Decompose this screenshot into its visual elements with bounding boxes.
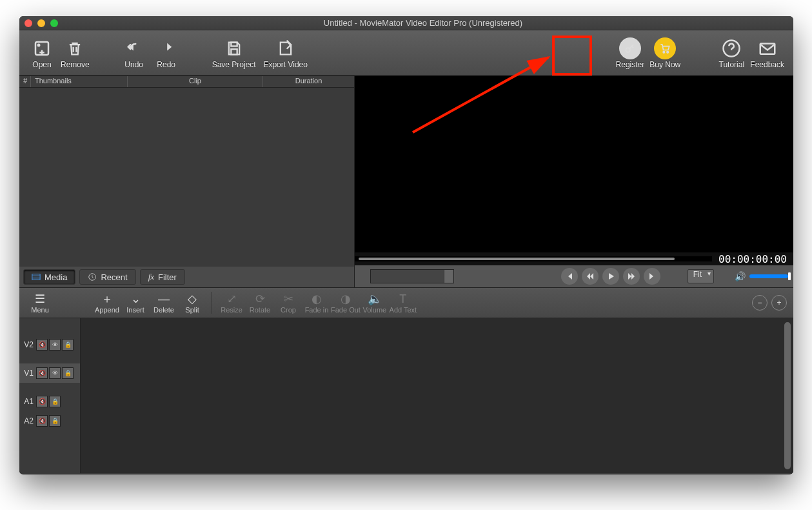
timecode-display: 00:00:00:00 [712,253,793,265]
track-header-a2[interactable]: A2 🔇 🔒 [19,411,80,431]
mute-icon[interactable]: 🔇 [36,367,48,379]
feedback-label: Feedback [750,60,784,69]
main-toolbar: Open Remove Undo Redo Save Project Expor… [19,30,793,76]
eye-icon[interactable]: 👁 [49,339,61,351]
feedback-button[interactable]: Feedback [748,37,787,69]
undo-label: Undo [124,60,143,69]
svg-rect-4 [231,42,237,46]
clock-icon [88,272,97,281]
mute-icon[interactable]: 🔇 [36,396,48,407]
col-clip[interactable]: Clip [128,76,263,87]
append-button[interactable]: ＋Append [93,292,121,314]
col-num[interactable]: # [19,76,31,87]
window-title: Untitled - MovieMator Video Editor Pro (… [58,18,788,28]
play-button[interactable] [602,268,619,285]
undo-button[interactable]: Undo [118,37,150,69]
lock-icon[interactable]: 🔒 [49,415,61,427]
minimize-window-button[interactable] [37,19,45,27]
fx-icon: fx [148,272,154,282]
text-icon: T [399,292,406,306]
crop-button[interactable]: ✂Crop [274,292,302,314]
track-headers: V2 🔇 👁 🔒 V1 🔇 👁 🔒 A1 🔇 🔒 A2 🔇 � [19,318,81,473]
lock-icon[interactable]: 🔒 [62,339,74,351]
volume-button[interactable]: 🔈Volume [361,292,389,314]
tab-filter[interactable]: fx Filter [140,269,185,285]
insert-button[interactable]: ⌄Insert [121,292,150,314]
panel-tabs: Media Recent fx Filter [19,267,354,287]
timeline-area: V2 🔇 👁 🔒 V1 🔇 👁 🔒 A1 🔇 🔒 A2 🔇 � [19,318,793,473]
app-window: Untitled - MovieMator Video Editor Pro (… [19,16,793,474]
crop-icon: ✂ [284,292,293,306]
delete-button[interactable]: —Delete [150,292,178,314]
fast-forward-button[interactable] [623,268,640,285]
fade-out-button[interactable]: ◑Fade Out [331,292,361,314]
rotate-icon: ⟳ [255,292,265,306]
svg-point-7 [663,51,665,53]
minus-icon: — [158,292,170,306]
media-icon [32,272,41,281]
timeline-menu-button[interactable]: ☰Menu [26,292,54,314]
divider [212,292,212,314]
register-button[interactable]: Register [613,37,648,69]
close-window-button[interactable] [25,19,32,27]
preview-viewport[interactable] [355,76,793,252]
col-duration[interactable]: Duration [263,76,354,87]
export-video-button[interactable]: Export Video [260,37,312,69]
buy-now-button[interactable]: Buy Now [647,37,683,69]
svg-point-6 [626,48,630,52]
redo-icon [157,37,175,60]
track-header-v1[interactable]: V1 🔇 👁 🔒 [19,363,80,383]
svg-point-1 [38,44,40,46]
split-button[interactable]: ◇Split [178,292,206,314]
volume-slider[interactable] [749,274,788,278]
mute-icon[interactable]: 🔇 [36,339,48,351]
remove-button[interactable]: Remove [58,37,92,69]
eye-icon[interactable]: 👁 [49,367,61,379]
svg-point-8 [667,51,669,53]
volume-icon[interactable]: 🔊 [735,271,746,281]
rotate-button[interactable]: ⟳Rotate [246,292,274,314]
titlebar: Untitled - MovieMator Video Editor Pro (… [19,16,793,30]
timeline-canvas[interactable] [81,318,793,473]
zoom-window-button[interactable] [50,19,58,27]
remove-label: Remove [61,60,90,69]
tab-media[interactable]: Media [23,269,75,285]
open-button[interactable]: Open [26,37,58,69]
save-project-button[interactable]: Save Project [208,37,260,69]
lock-icon[interactable]: 🔒 [62,367,74,379]
resize-button[interactable]: ⤢Resize [217,292,246,314]
zoom-out-button[interactable]: − [752,295,767,311]
rewind-button[interactable] [582,268,599,285]
add-text-button[interactable]: TAdd Text [389,292,417,314]
tab-recent[interactable]: Recent [79,269,135,285]
tab-media-label: Media [45,272,67,282]
track-header-v2[interactable]: V2 🔇 👁 🔒 [19,335,80,354]
export-icon [277,37,295,60]
save-label: Save Project [212,60,256,69]
fade-in-button[interactable]: ◐Fade in [302,292,331,314]
mail-icon [758,37,777,60]
preview-controls: Fit 🔊 [355,265,793,287]
media-list[interactable] [19,88,354,267]
col-thumbnails[interactable]: Thumbnails [31,76,128,87]
open-label: Open [32,60,51,69]
redo-button[interactable]: Redo [150,37,183,69]
tutorial-label: Tutorial [719,60,745,69]
zoom-in-button[interactable]: + [771,295,787,311]
speaker-icon: 🔈 [368,292,382,306]
lock-icon[interactable]: 🔒 [49,396,61,407]
zoom-fit-select[interactable]: Fit [688,269,714,283]
media-columns-header: # Thumbnails Clip Duration [19,76,354,88]
svg-rect-5 [231,49,237,54]
track-header-a1[interactable]: A1 🔇 🔒 [19,392,80,411]
scrub-bar[interactable] [355,256,712,261]
tutorial-button[interactable]: Tutorial [715,37,748,69]
skip-start-button[interactable] [561,268,578,285]
svg-rect-11 [32,274,40,280]
mute-icon[interactable]: 🔇 [36,415,48,427]
timecode-input[interactable] [370,269,454,283]
skip-end-button[interactable] [644,268,660,285]
key-icon [619,37,641,60]
tab-recent-label: Recent [101,272,127,282]
timeline-scrollbar[interactable] [784,322,791,469]
